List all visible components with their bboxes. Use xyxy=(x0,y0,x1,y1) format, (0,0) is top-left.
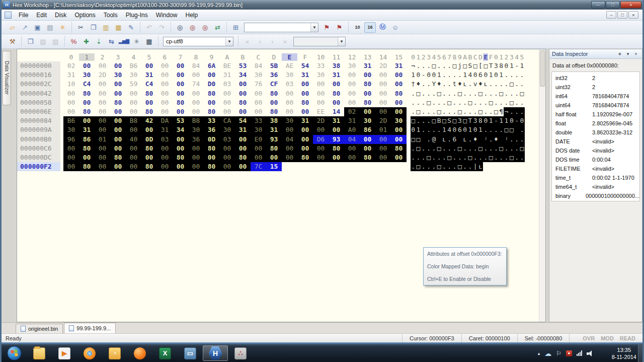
hex-byte-cell[interactable]: 31 xyxy=(297,70,313,80)
hex-byte-cell[interactable]: A0 xyxy=(344,125,360,134)
ascii-cell[interactable]: □ xyxy=(457,144,462,153)
firefox-taskbar-icon[interactable] xyxy=(77,344,102,362)
ascii-cell[interactable]: . xyxy=(514,135,519,144)
find-prev-button[interactable]: ◎ xyxy=(199,22,211,33)
hex-byte-cell[interactable]: 00 xyxy=(204,70,219,80)
hex-byte-cell[interactable]: 00 xyxy=(360,107,375,116)
ascii-cell[interactable]: □ xyxy=(426,98,431,107)
ascii-cell[interactable]: . xyxy=(519,70,524,80)
hex-byte-cell[interactable]: B8 xyxy=(188,116,204,125)
ascii-cell[interactable]: . xyxy=(467,162,472,171)
menu-window[interactable]: Window xyxy=(152,11,182,20)
hex-byte-cell[interactable]: 10 xyxy=(63,80,79,89)
ascii-cell[interactable]: . xyxy=(426,135,431,144)
ascii-cell[interactable]: 6 xyxy=(457,125,462,134)
options-button[interactable]: ✳ xyxy=(57,22,68,33)
hex-byte-cell[interactable]: 00 xyxy=(375,153,391,162)
ascii-cell[interactable]: . xyxy=(519,98,524,107)
hex-byte-cell[interactable]: 2D xyxy=(95,70,110,80)
ascii-cell[interactable]: . xyxy=(494,80,499,89)
hex-byte-cell[interactable]: 30 xyxy=(126,70,141,80)
ascii-cell[interactable]: . xyxy=(514,89,519,98)
excel-taskbar-icon[interactable]: X xyxy=(152,344,178,362)
show-desktop-button[interactable] xyxy=(638,344,642,362)
ascii-cell[interactable]: . xyxy=(436,125,441,134)
menu-file[interactable]: File xyxy=(15,11,32,20)
ascii-cell[interactable]: ʟ xyxy=(442,135,447,144)
hex-byte-cell[interactable]: 30 xyxy=(110,70,126,80)
hex-byte-cell[interactable]: B8 xyxy=(126,116,141,125)
ascii-cell[interactable]: □ xyxy=(452,61,457,70)
ascii-cell[interactable]: . xyxy=(442,98,447,107)
edit-source-button[interactable]: ✎ xyxy=(125,22,137,33)
hex-byte-cell[interactable]: 00 xyxy=(313,153,329,162)
scrollbar-thumb[interactable] xyxy=(540,50,545,87)
hex-byte-cell[interactable]: 00 xyxy=(297,144,313,153)
hex-byte-cell[interactable]: 00 xyxy=(391,107,407,116)
ascii-cell[interactable]: . xyxy=(494,89,499,98)
base16-toggle[interactable]: 16 xyxy=(364,22,376,33)
cut-button[interactable]: ✂ xyxy=(75,22,87,33)
ascii-cell[interactable]: □ xyxy=(478,107,483,116)
hex-byte-cell[interactable]: 80 xyxy=(235,153,251,162)
hex-byte-cell[interactable]: 40 xyxy=(126,135,141,144)
hex-byte-cell[interactable]: 00 xyxy=(251,98,266,107)
hex-byte-cell[interactable]: 02 xyxy=(63,61,79,70)
ascii-cell[interactable]: 1 xyxy=(462,70,467,80)
hex-byte-cell[interactable]: 00 xyxy=(63,98,79,107)
ascii-cell[interactable]: . xyxy=(421,89,426,98)
hex-byte-cell[interactable]: 00 xyxy=(282,125,297,134)
hex-byte-cell[interactable]: 80 xyxy=(297,98,313,107)
mdi-restore-button[interactable]: □ xyxy=(617,11,627,19)
hex-byte-cell[interactable]: 54 xyxy=(297,61,313,70)
ascii-cell[interactable]: □ xyxy=(411,116,416,125)
ascii-cell[interactable] xyxy=(478,135,483,144)
hex-byte-cell[interactable]: 00 xyxy=(188,98,204,107)
hex-byte-cell[interactable]: 00 xyxy=(157,61,173,70)
replace-button[interactable]: ⇄ xyxy=(212,22,223,33)
hex-byte-cell[interactable]: 00 xyxy=(141,61,157,70)
ascii-cell[interactable]: . xyxy=(494,144,499,153)
ascii-cell[interactable]: . xyxy=(519,153,524,162)
hex-byte-cell[interactable]: 00 xyxy=(360,89,375,98)
goto-prev-button[interactable]: ⚑ xyxy=(334,22,345,33)
hex-byte-cell[interactable]: 00 xyxy=(126,98,141,107)
hex-byte-cell[interactable]: 0D xyxy=(204,135,219,144)
hex-byte-cell[interactable]: 00 xyxy=(235,107,251,116)
hex-byte-cell[interactable]: 00 xyxy=(95,125,110,134)
hex-byte-cell[interactable]: 30 xyxy=(391,116,407,125)
hex-byte-cell[interactable]: 84 xyxy=(251,61,266,70)
ascii-cell[interactable]: 3 xyxy=(473,116,478,125)
hex-byte-cell[interactable]: 00 xyxy=(110,135,126,144)
hex-byte-cell[interactable]: 80 xyxy=(141,89,157,98)
ascii-cell[interactable]: □ xyxy=(457,162,462,171)
hex-byte-cell[interactable]: 38 xyxy=(266,116,282,125)
hex-byte-cell[interactable]: 00 xyxy=(297,125,313,134)
hex-byte-cell[interactable]: 00 xyxy=(110,107,126,116)
hex-byte-cell[interactable]: 00 xyxy=(344,80,360,89)
ascii-cell[interactable]: 0 xyxy=(452,125,457,134)
hex-byte-cell[interactable]: 00 xyxy=(110,80,126,89)
hex-byte-cell[interactable]: 31 xyxy=(344,116,360,125)
ascii-cell[interactable]: 0 xyxy=(494,70,499,80)
generate-button[interactable]: ✚ xyxy=(80,36,92,47)
menu-options[interactable]: Options xyxy=(70,11,99,20)
ascii-cell[interactable]: . xyxy=(462,98,467,107)
hex-byte-cell[interactable]: 80 xyxy=(79,144,95,153)
hex-byte-cell[interactable]: 00 xyxy=(204,153,219,162)
ascii-cell[interactable]: . xyxy=(431,153,436,162)
hex-byte-cell[interactable]: 00 xyxy=(251,89,266,98)
calculator-button[interactable]: ▦ xyxy=(143,36,155,47)
ascii-cell[interactable]: □ xyxy=(488,153,493,162)
ascii-cell[interactable]: □ xyxy=(416,162,421,171)
hex-byte-cell[interactable]: 00 xyxy=(313,89,329,98)
ascii-cell[interactable]: ♦ xyxy=(494,135,499,144)
hex-byte-cell[interactable]: 00 xyxy=(79,116,95,125)
ascii-cell[interactable]: . xyxy=(452,144,457,153)
ascii-cell[interactable]: . xyxy=(488,80,493,89)
save-button[interactable]: ▣ xyxy=(32,22,43,33)
hex-byte-cell[interactable]: 30 xyxy=(282,70,297,80)
menu-help[interactable]: Help xyxy=(181,11,202,20)
hex-byte-cell[interactable]: 00 xyxy=(329,125,344,134)
hex-byte-cell[interactable]: 00 xyxy=(266,153,282,162)
